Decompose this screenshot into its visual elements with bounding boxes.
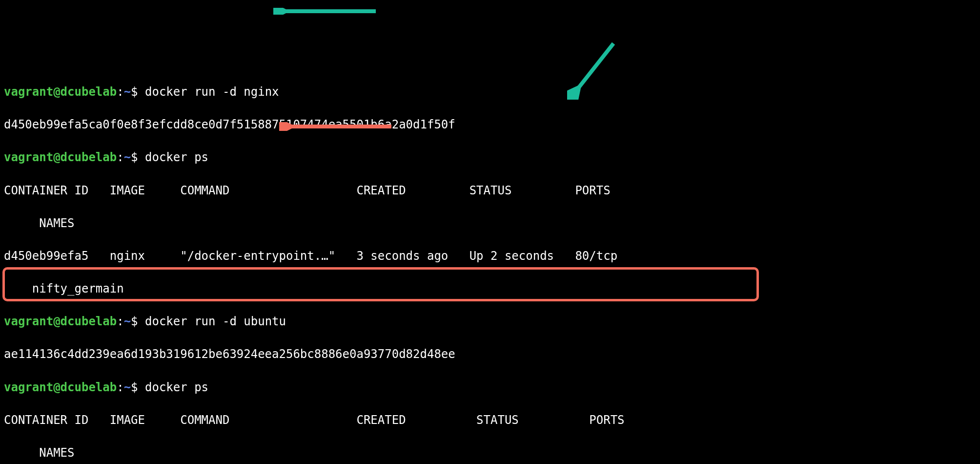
ps2-header-1: CONTAINER ID IMAGE COMMAND CREATED STATU… (4, 412, 976, 429)
terminal[interactable]: vagrant@dcubelab:~$ docker run -d nginx … (4, 67, 976, 464)
prompt-dollar: $ (131, 85, 138, 99)
output-nginx-hash: d450eb99efa5ca0f0e8f3efcdd8ce0d7f5158875… (4, 117, 976, 133)
prompt-colon: : (117, 85, 123, 99)
prompt-line-3[interactable]: vagrant@dcubelab:~$ docker run -d ubuntu (4, 314, 976, 330)
annotation-arrow-teal-nginx (273, 8, 376, 15)
output-ubuntu-hash: ae114136c4dd239ea6d193b319612be63924eea2… (4, 346, 976, 363)
ps1-header-1: CONTAINER ID IMAGE COMMAND CREATED STATU… (4, 183, 976, 199)
prompt-user: vagrant@dcubelab (4, 85, 117, 99)
command-docker-ps-2: docker ps (145, 380, 208, 394)
prompt-path: ~ (124, 85, 131, 99)
command-run-ubuntu: docker run -d ubuntu (145, 315, 286, 328)
ps1-header-2: NAMES (4, 215, 976, 232)
prompt-line-2[interactable]: vagrant@dcubelab:~$ docker ps (4, 149, 976, 166)
ps2-header-2: NAMES (4, 445, 976, 462)
command-docker-ps-1: docker ps (145, 150, 208, 164)
ps1-row-2: nifty_germain (4, 281, 976, 297)
prompt-line-4[interactable]: vagrant@dcubelab:~$ docker ps (4, 380, 976, 396)
prompt-line-1[interactable]: vagrant@dcubelab:~$ docker run -d nginx (4, 84, 976, 101)
ps1-row-1: d450eb99efa5 nginx "/docker-entrypoint.…… (4, 248, 976, 265)
command-run-nginx: docker run -d nginx (145, 85, 279, 99)
